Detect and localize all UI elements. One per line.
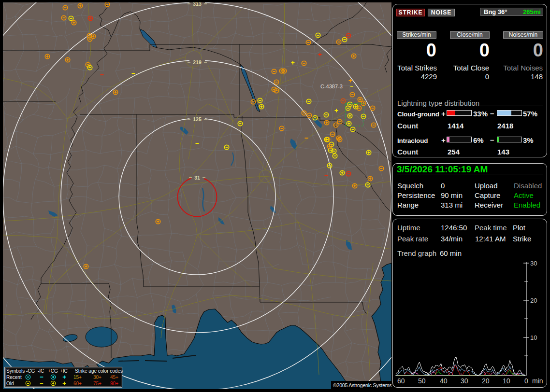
svg-text:©2005 Astrogenic Systems: ©2005 Astrogenic Systems (333, 382, 391, 388)
svg-text:31: 31 (194, 175, 200, 181)
svg-text:30+: 30+ (93, 375, 101, 380)
svg-text:min: min (532, 377, 543, 385)
svg-text:30: 30 (461, 377, 468, 385)
svg-text:219: 219 (193, 59, 202, 65)
svg-text:125: 125 (193, 116, 202, 122)
svg-text:Symbols: Symbols (6, 368, 25, 374)
svg-text:50: 50 (418, 377, 426, 385)
svg-text:90+: 90+ (110, 381, 118, 386)
svg-text:Strike age color codes: Strike age color codes (75, 368, 123, 374)
svg-text:30: 30 (530, 260, 537, 267)
svg-text:10: 10 (530, 334, 537, 341)
svg-text:20: 20 (530, 297, 537, 304)
svg-text:60: 60 (397, 377, 405, 385)
svg-text:75+: 75+ (93, 381, 101, 386)
svg-text:-CG: -CG (26, 368, 35, 374)
svg-text:Old: Old (6, 381, 14, 386)
svg-text:10: 10 (503, 377, 510, 385)
svg-text:60+: 60+ (73, 381, 82, 386)
svg-text:+CG: +CG (48, 368, 58, 374)
svg-text:15+: 15+ (73, 375, 82, 380)
svg-text:313: 313 (193, 2, 202, 7)
svg-text:-IC: -IC (38, 368, 44, 374)
svg-text:20: 20 (482, 377, 490, 385)
svg-text:+IC: +IC (60, 368, 68, 374)
svg-text:40: 40 (440, 377, 448, 385)
svg-text:45+: 45+ (110, 375, 118, 380)
svg-text:Recent: Recent (6, 375, 22, 380)
svg-text:0: 0 (524, 377, 528, 385)
svg-text:C-4387-3: C-4387-3 (320, 84, 343, 89)
